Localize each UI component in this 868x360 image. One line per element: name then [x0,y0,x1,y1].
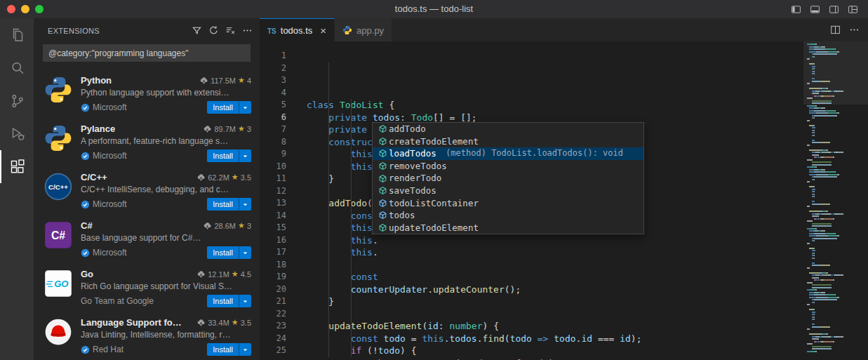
install-button[interactable]: Install [207,101,251,114]
minimap-line [803,154,868,156]
extension-description: Java Linting, Intellisense, formatting, … [81,330,251,340]
close-window-button[interactable] [7,5,15,13]
activity-extensions-button[interactable] [0,150,34,183]
code-line: } [307,295,868,308]
install-dropdown-chevron-icon[interactable] [239,295,251,307]
minimap-line [803,194,868,195]
toggle-sidebar-icon[interactable] [791,4,801,15]
suggestion-detail: (method) TodoList.loadTodos(): void [446,147,640,160]
minimap-line [803,46,868,48]
svg-text:GO: GO [54,279,68,289]
refresh-icon[interactable] [208,25,219,36]
suggestion-label: loadTodos [389,147,436,160]
toggle-secondary-sidebar-icon[interactable] [829,4,839,15]
python-logo-icon [44,124,73,153]
more-actions-icon[interactable] [242,25,253,36]
line-number: 25 [260,345,286,357]
code-line: class TodoList { [307,99,868,112]
extension-item[interactable]: C/C++C/C++62.2M★3.5C/C++ IntelliSense, d… [34,166,260,214]
minimap-line [803,196,868,197]
extension-item[interactable]: C#C#28.6M★3Base language support for C#…… [34,214,260,262]
star-icon: ★ [238,76,245,85]
install-button[interactable]: Install [207,149,251,162]
extension-item[interactable]: GOGo12.1M★4.5Rich Go language support fo… [34,262,260,311]
line-number: 17 [260,246,286,259]
minimap-line [803,56,868,58]
minimap-line [803,91,868,92]
suggestion-item[interactable]: todos [373,209,643,222]
suggestion-label: todos [389,209,415,222]
install-button[interactable]: Install [207,343,251,356]
suggestion-item[interactable]: renderTodo [373,172,643,185]
activity-source-control-button[interactable] [0,84,34,117]
minimize-window-button[interactable] [21,5,29,13]
layout-controls [791,4,868,15]
code-editor[interactable]: 1234567891011121314151617181920212223242… [260,41,868,360]
toggle-panel-icon[interactable] [810,4,820,15]
minimap-line [803,351,868,352]
extension-stats: 89.7M★3 [199,124,251,133]
java-logo-icon [44,317,73,347]
minimap-line [803,262,868,264]
split-editor-icon[interactable] [830,25,841,35]
close-tab-icon[interactable]: × [320,25,326,36]
extension-item[interactable]: Python117.5M★4Python language support wi… [34,69,260,117]
extension-item[interactable]: Language Support fo…33.4M★3.5Java Lintin… [34,311,260,359]
line-number: 10 [260,161,286,173]
install-button[interactable]: Install [207,198,251,211]
minimap-line [803,336,868,338]
install-dropdown-chevron-icon[interactable] [239,149,251,162]
install-dropdown-chevron-icon[interactable] [239,246,251,259]
suggestion-item[interactable]: createTodoElement [373,135,643,148]
minimap-line [803,81,868,82]
minimap-line [803,338,868,340]
customize-layout-icon[interactable] [848,4,858,15]
minimap[interactable] [803,41,868,360]
line-number: 21 [260,295,286,308]
activity-run-debug-button[interactable] [0,117,34,150]
extension-footer: MicrosoftInstall [81,198,251,211]
download-count: 12.1M [208,270,229,279]
more-actions-icon[interactable] [849,25,860,35]
tab-label: todos.ts [281,25,313,36]
extensions-search-input[interactable] [44,48,250,58]
minimap-line [803,240,868,241]
tab-label: app.py [356,25,384,36]
install-dropdown-chevron-icon[interactable] [239,198,251,211]
activity-explorer-button[interactable] [0,18,34,51]
install-dropdown-chevron-icon[interactable] [239,343,251,356]
python-file-icon [342,25,352,35]
clear-extension-search-icon[interactable] [225,25,236,36]
minimap-line [803,326,868,328]
extension-publisher: Microsoft [81,102,127,112]
tab-todos.ts[interactable]: TStodos.ts× [260,18,335,41]
line-number: 6 [260,112,286,124]
install-button[interactable]: Install [207,295,251,307]
extensions-search[interactable] [43,44,251,62]
minimap-line [803,132,868,133]
suggestion-item[interactable]: removeTodos [373,160,643,173]
activity-search-button[interactable] [0,51,34,84]
suggestion-item[interactable]: updateTodoElement [373,222,643,234]
tab-app.py[interactable]: app.py [335,18,392,41]
symbol-method-icon [376,124,389,133]
line-number: 8 [260,136,286,149]
minimap-line [803,166,868,168]
suggestion-item[interactable]: todoListContainer [373,197,643,210]
minimap-line [803,309,868,310]
suggestion-item[interactable]: loadTodos(method) TodoList.loadTodos(): … [373,147,643,160]
source-control-icon [9,93,26,109]
suggestion-item[interactable]: saveTodos [373,185,643,197]
filter-icon[interactable] [192,25,202,36]
minimap-line [803,265,868,266]
publisher-name: Microsoft [93,102,127,112]
extension-item[interactable]: Pylance89.7M★3A performant, feature-rich… [34,117,260,166]
suggestion-item[interactable]: addTodo [373,123,643,135]
line-number: 23 [260,320,286,333]
extension-publisher: Microsoft [81,151,127,161]
minimap-line [803,245,868,246]
zoom-window-button[interactable] [35,5,44,13]
install-button[interactable]: Install [207,246,251,259]
install-dropdown-chevron-icon[interactable] [239,101,251,114]
minimap-line [803,125,868,126]
